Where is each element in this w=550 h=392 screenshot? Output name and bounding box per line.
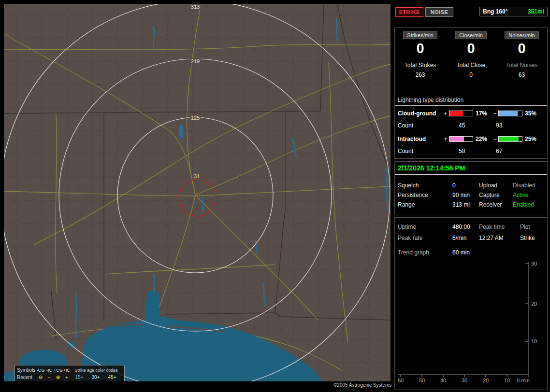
cg-positive-count: 45: [459, 122, 465, 129]
upload-status: Disabled: [513, 182, 536, 189]
cg-negative-pct: 35%: [522, 110, 541, 117]
x-axis-tick-20: 20: [483, 378, 489, 383]
close-column: Close/min 0 Total Close 0: [446, 30, 496, 78]
status-panel: 2/1/2026 12:14:56 PM Squelch 0 Upload Di…: [394, 161, 548, 215]
cloud-ground-count-row: Count 45 93: [395, 120, 547, 132]
legend-header-row: Symbols -CG -IC +CG +IC Strike age color…: [17, 366, 122, 374]
age-45-label: 45+: [104, 375, 120, 380]
age-30-label: 30+: [87, 375, 104, 380]
close-per-min-header: Close/min: [455, 31, 487, 39]
bearing-display: Bng 160° 351mi: [479, 7, 548, 16]
trend-graph-label: Trend graph: [398, 249, 429, 256]
receiver-status: Enabled: [513, 201, 534, 208]
strikes-per-min-value: 0: [395, 41, 446, 56]
intracloud-row: Intracloud + 22% − 25%: [395, 132, 547, 145]
plot-label: Plot: [520, 224, 530, 230]
range-value: 313 mi: [452, 201, 470, 208]
x-axis-tick-60: 60: [398, 378, 404, 383]
total-noises-label: Total Noises: [496, 62, 547, 69]
squelch-value: 0: [452, 182, 456, 189]
legend-col-pos-cg: +CG: [54, 368, 62, 373]
minus-sign: −: [492, 110, 498, 117]
noises-per-min-value: 0: [496, 41, 547, 56]
intracloud-count-row: Count 58 67: [395, 145, 547, 158]
total-noises-value: 63: [496, 71, 547, 78]
minus-sign: −: [492, 136, 498, 142]
legend-recent-row: Recent ⊖ − ⊕ + 15+ 30+ 45+: [17, 374, 122, 381]
noises-per-min-header: Noises/min: [505, 31, 538, 39]
range-receiver-row: Range 313 mi Receiver Enabled: [395, 201, 547, 211]
legend-recent-label: Recent: [17, 375, 36, 380]
squelch-upload-row: Squelch 0 Upload Disabled: [395, 182, 547, 192]
receiver-label: Receiver: [479, 201, 502, 208]
trend-graph: 30 20 10 60 50 40 30 20 10 0 min: [395, 261, 548, 391]
sidebar: STRIKE NOISE Bng 160° 351mi Strikes/min …: [394, 0, 550, 392]
x-axis-tick-10: 10: [504, 378, 510, 383]
close-per-min-value: 0: [446, 41, 496, 56]
uptime-value: 480:00: [452, 224, 470, 230]
capture-status: Active: [513, 192, 529, 198]
ic-positive-bar: [449, 136, 473, 142]
cg-negative-bar: [498, 111, 522, 116]
session-panel: Uptime 480:00 Peak time Plot Peak rate 6…: [394, 217, 548, 390]
capture-label: Capture: [479, 192, 500, 198]
trend-graph-axes: [395, 261, 548, 387]
rate-columns: Strikes/min 0 Total Strikes 263 Close/mi…: [395, 30, 547, 78]
cg-positive-pct: 17%: [473, 110, 492, 117]
noises-column: Noises/min 0 Total Noises 63: [496, 30, 547, 78]
copyright-text: ©2005 Astrogenic Systems: [333, 382, 391, 388]
squelch-label: Squelch: [398, 182, 419, 189]
cg-negative-count: 93: [496, 122, 502, 129]
ring-label-31: 31: [192, 173, 201, 180]
peak-rate-value: 6/min: [452, 235, 466, 241]
peak-time-value: 12:27 AM: [479, 235, 504, 241]
x-axis-tick-50: 50: [419, 378, 425, 383]
peak-time-label: Peak time: [479, 224, 505, 230]
uptime-row: Uptime 480:00 Peak time Plot: [395, 224, 547, 233]
strikes-per-min-header: Strikes/min: [403, 31, 437, 39]
map-legend: Symbols -CG -IC +CG +IC Strike age color…: [14, 365, 125, 381]
strike-button[interactable]: STRIKE: [395, 7, 423, 17]
ic-positive-count: 58: [459, 148, 465, 154]
y-axis-tick-30: 30: [531, 261, 537, 266]
legend-age-header: Strike age color codes: [71, 368, 121, 373]
bearing-label: Bng 160°: [483, 8, 507, 15]
ic-negative-count: 67: [496, 148, 502, 154]
ic-negative-bar: [498, 136, 522, 142]
strike-stats-panel: Strikes/min 0 Total Strikes 263 Close/mi…: [394, 27, 548, 159]
x-axis-tick-0: 0 min: [517, 378, 530, 383]
intracloud-label: Intracloud: [398, 136, 442, 142]
persistence-capture-row: Persistence 90 min Capture Active: [395, 192, 547, 201]
uptime-label: Uptime: [398, 224, 416, 230]
neg-ic-icon: −: [45, 375, 54, 380]
plus-sign: +: [442, 110, 449, 117]
total-close-value: 0: [446, 71, 496, 78]
current-datetime: 2/1/2026 12:14:56 PM: [395, 162, 547, 175]
total-close-label: Total Close: [446, 62, 496, 69]
noise-button[interactable]: NOISE: [425, 7, 453, 17]
upload-label: Upload: [479, 182, 497, 189]
plot-value: Strike: [520, 235, 535, 241]
legend-col-pos-ic: +IC: [62, 368, 71, 373]
stormvue-app: 313 219 125 31 Symbols -CG -IC +CG +IC S…: [0, 0, 550, 392]
peak-rate-row: Peak rate 6/min 12:27 AM Strike: [395, 235, 547, 244]
persistence-value: 90 min: [452, 192, 470, 198]
total-strikes-label: Total Strikes: [395, 62, 446, 69]
x-axis-tick-40: 40: [440, 378, 446, 383]
count-label: Count: [398, 148, 413, 154]
cloud-ground-row: Cloud-ground + 17% − 35%: [395, 107, 547, 120]
pos-cg-icon: ⊕: [54, 375, 62, 380]
lightning-map[interactable]: 313 219 125 31 Symbols -CG -IC +CG +IC S…: [4, 4, 391, 381]
legend-col-neg-cg: -CG: [36, 368, 45, 373]
range-label: Range: [398, 201, 415, 208]
ring-label-313: 313: [189, 4, 201, 10]
peak-rate-label: Peak rate: [398, 235, 422, 241]
trend-graph-value: 60 min: [452, 249, 470, 256]
ic-negative-pct: 25%: [522, 136, 541, 142]
bearing-distance: 351mi: [528, 8, 544, 15]
legend-symbols-header: Symbols: [17, 367, 36, 373]
legend-old-row: Old ⊖ − ⊕ + 60+ 75+ 90+: [17, 381, 122, 381]
plus-sign: +: [442, 136, 449, 142]
neg-cg-icon: ⊖: [36, 375, 45, 380]
count-label: Count: [398, 122, 413, 129]
